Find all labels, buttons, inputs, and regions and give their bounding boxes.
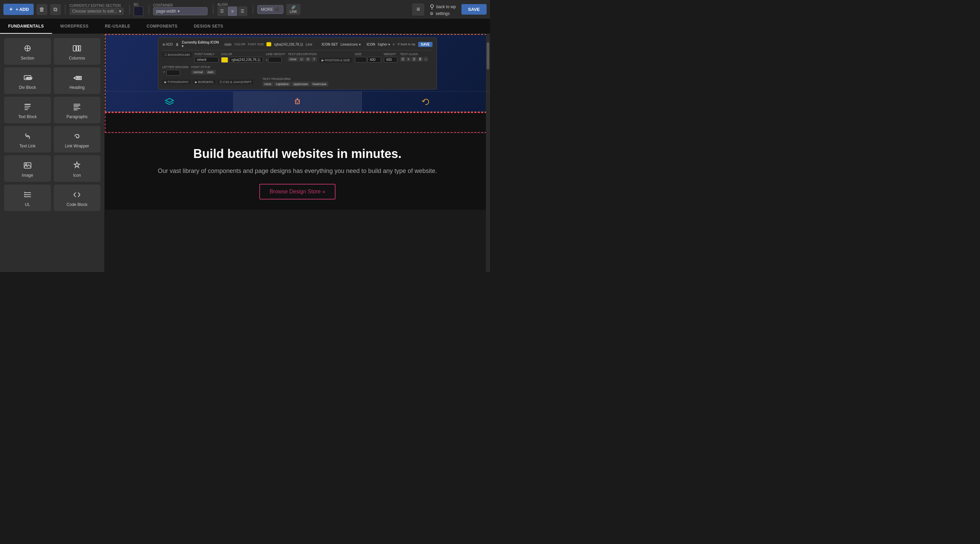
letter-spacing-input[interactable] [166, 70, 180, 76]
editor-hamburger[interactable]: ≡ [393, 43, 395, 46]
save-button[interactable]: SAVE [461, 4, 487, 14]
transform-uppercase[interactable]: uppercase [292, 82, 310, 86]
duplicate-button[interactable]: ⧉ [50, 4, 61, 15]
text-dec-T[interactable]: T [312, 57, 317, 62]
editor-back-wp[interactable]: ⚲ back to wp [398, 43, 415, 46]
align-left-button[interactable]: ☰ [218, 6, 227, 16]
bg-label: BG [134, 3, 143, 6]
container-dropdown[interactable]: page-width ▾ [153, 7, 208, 15]
heading-label: Heading [69, 85, 85, 90]
svg-rect-12 [73, 104, 80, 105]
typography-toggle[interactable]: ▶ TYPOGRAPHY [162, 80, 191, 85]
position-size-toggle[interactable]: ▶ POSITION & SIZE [320, 58, 352, 63]
canvas-icon-cell-3[interactable] [362, 92, 489, 112]
text-align-justify[interactable]: ≣ [417, 57, 423, 62]
borders-toggle[interactable]: ▶ BORDERS [193, 80, 215, 85]
paragraphs-icon [71, 102, 83, 112]
back-to-wp-button[interactable]: ⚲ back to wp [430, 3, 456, 11]
svg-rect-10 [24, 108, 29, 108]
tab-reusable[interactable]: RE-USABLE [97, 19, 138, 34]
component-heading[interactable]: <H1> Heading [54, 67, 101, 94]
text-align-right[interactable]: ☰ [411, 57, 417, 62]
hamburger-button[interactable]: ≡ [412, 3, 424, 16]
text-align-none[interactable]: – [424, 57, 428, 62]
color-picker-swatch[interactable] [221, 57, 228, 63]
link-label: LINK [290, 10, 297, 14]
component-text-link[interactable]: Text Link [4, 126, 51, 153]
text-align-left[interactable]: ☰ [400, 57, 406, 62]
font-style-italic[interactable]: italic [205, 70, 216, 75]
component-text-block[interactable]: Text Block [4, 97, 51, 123]
tab-components[interactable]: COMPONENTS [138, 19, 186, 34]
bg-color-picker[interactable] [134, 6, 143, 16]
browse-design-store-button[interactable]: Browse Design Store » [259, 184, 336, 199]
plus-icon: ＋ [8, 6, 14, 13]
canvas-scrollbar-thumb[interactable] [487, 42, 489, 69]
svg-rect-15 [73, 108, 80, 109]
svg-point-27 [298, 101, 299, 101]
text-dec-O[interactable]: O [305, 57, 311, 62]
transform-lowercase[interactable]: lowercase [311, 82, 329, 86]
container-section: CONTAINER page-width ▾ [153, 3, 208, 15]
component-columns[interactable]: Columns [54, 38, 101, 65]
editor-add-btn[interactable]: ⊕ ADD [162, 43, 173, 46]
link-button[interactable]: 🔗 LINK [286, 4, 301, 15]
text-dec-none[interactable]: none [288, 57, 298, 62]
more-button[interactable]: MORE ⬛ [257, 5, 283, 14]
separator-2 [129, 5, 130, 14]
section-icon [21, 43, 34, 53]
component-link-wrapper[interactable]: Link Wrapper [54, 126, 101, 153]
add-button[interactable]: ＋ + ADD [3, 4, 34, 15]
size-val-input[interactable] [368, 57, 381, 63]
component-code-block[interactable]: Code Block [54, 185, 101, 211]
background-toggle[interactable]: ☐ BACKGROUND [162, 53, 192, 57]
editor-delete-icon[interactable]: 🗑 [176, 43, 179, 46]
font-style-normal[interactable]: normal [191, 70, 205, 75]
delete-button[interactable]: 🗑 [37, 4, 47, 15]
svg-rect-2 [73, 46, 76, 51]
sidebar: Section Columns <DIV/> Div Block [0, 34, 105, 272]
transform-none[interactable]: none [262, 82, 273, 86]
text-block-icon [21, 102, 34, 112]
canvas-icon-cell-1[interactable] [105, 92, 234, 112]
color-input[interactable] [229, 57, 263, 63]
component-ul[interactable]: UL [4, 185, 51, 211]
text-align-center[interactable]: ≡ [406, 57, 411, 62]
align-right-button[interactable]: ☰ [238, 6, 247, 16]
color-swatch[interactable] [266, 42, 271, 46]
weight-group: Weight [384, 53, 398, 63]
settings-button[interactable]: ⚙ settings [430, 11, 456, 16]
weight-input[interactable] [384, 57, 398, 63]
editor-save-btn[interactable]: SAVE [418, 42, 433, 47]
editor-panel: ⊕ ADD 🗑 Currently Editing ICON ▾ state C… [158, 37, 437, 89]
tab-wordpress[interactable]: WORDPRESS [52, 19, 97, 34]
canvas-icon-cell-2[interactable] [234, 92, 361, 112]
editor-color-label: COLOR [234, 43, 245, 46]
component-icon[interactable]: Icon [54, 155, 101, 182]
component-image[interactable]: Image [4, 155, 51, 182]
size-px-input[interactable] [355, 57, 367, 63]
component-paragraphs[interactable]: Paragraphs [54, 97, 101, 123]
transform-capitalize[interactable]: capitalize [274, 82, 291, 86]
font-family-group: Font family [195, 53, 218, 63]
color-group: Color [221, 53, 263, 63]
columns-icon [71, 43, 83, 53]
editor-bottom-row: ▶ TYPOGRAPHY ▶ BORDERS ☑ CSS & JAVASCRIP… [162, 77, 433, 86]
tab-fundamentals[interactable]: FUNDAMENTALS [0, 19, 52, 34]
component-section[interactable]: Section [4, 38, 51, 65]
component-div-block[interactable]: <DIV/> Div Block [4, 67, 51, 94]
text-transform-group: Text-Transform none capitalize uppercase… [262, 77, 328, 86]
tab-design-sets[interactable]: DESIGN SETS [186, 19, 231, 34]
align-center-button[interactable]: ≡ [228, 6, 237, 16]
line-height-input[interactable] [268, 57, 282, 63]
font-family-input[interactable] [195, 57, 218, 63]
svg-rect-23 [24, 194, 25, 195]
code-block-icon [71, 190, 83, 199]
align-group: ☰ ≡ ☰ [218, 6, 247, 16]
selector-dropdown[interactable]: Choose selector to edit... ▾ [69, 8, 124, 15]
text-link-label: Text Link [19, 144, 35, 148]
svg-rect-14 [73, 107, 79, 107]
css-js-toggle[interactable]: ☑ CSS & JAVASCRIPT [218, 80, 253, 85]
svg-rect-19 [24, 192, 31, 193]
text-dec-U[interactable]: U [299, 57, 305, 62]
